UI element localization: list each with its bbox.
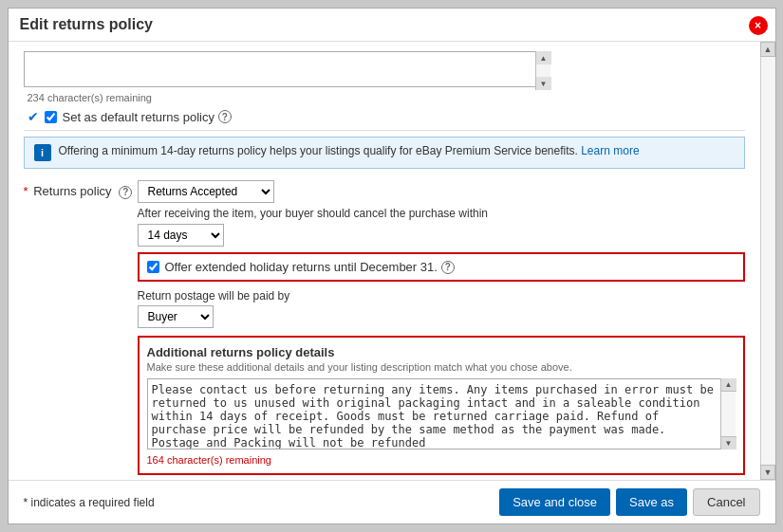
char-remaining: 234 character(s) remaining [28,92,745,103]
required-star: * [24,184,28,198]
returns-policy-label: * Returns policy ? [24,180,138,199]
default-returns-checkbox[interactable] [45,111,57,123]
after-text: After receiving the item, your buyer sho… [138,207,745,220]
checkmark-icon: ✔ [28,109,39,124]
info-text: Offering a minimum 14-day returns policy… [59,144,640,157]
postage-label: Return postage will be paid by [138,289,745,303]
returns-policy-controls: Returns Accepted No Returns After receiv… [138,180,745,475]
dialog-body: ▲ ▼ 234 character(s) remaining ✔ Set as … [9,42,775,480]
scroll-up-arrow[interactable]: ▲ [536,51,551,64]
info-icon: i [34,144,51,161]
postage-select[interactable]: Buyer Seller [138,305,214,328]
top-textarea-scrollbar: ▲ ▼ [535,51,550,90]
additional-details-box: Additional returns policy details Make s… [138,336,745,475]
top-textarea[interactable] [24,51,550,87]
details-scroll-up[interactable]: ▲ [721,378,736,392]
dialog-header: Edit returns policy × [9,9,775,42]
default-checkbox-row: ✔ Set as default returns policy ? [28,109,745,124]
dialog-footer: * indicates a required field Save and cl… [9,480,775,523]
scroll-down-arrow[interactable]: ▼ [536,77,551,90]
days-select[interactable]: 14 days 30 days 60 days [138,224,224,247]
default-returns-label: Set as default returns policy [63,110,214,124]
additional-details-title: Additional returns policy details [147,345,736,359]
required-note: * indicates a required field [24,496,155,509]
close-button[interactable]: × [749,16,768,35]
details-scroll-down[interactable]: ▼ [721,436,736,449]
holiday-returns-label: Offer extended holiday returns until Dec… [165,260,438,274]
returns-policy-select[interactable]: Returns Accepted No Returns [138,180,274,203]
footer-buttons: Save and close Save as Cancel [499,488,759,516]
holiday-returns-checkbox[interactable] [147,261,159,273]
details-char-count: 164 character(s) remaining [147,454,736,466]
default-returns-help-icon[interactable]: ? [218,110,232,123]
info-banner-text: Offering a minimum 14-day returns policy… [59,144,578,157]
additional-details-subtitle: Make sure these additional details and y… [147,361,736,373]
edit-returns-policy-dialog: Edit returns policy × ▲ ▼ 234 character(… [8,8,776,524]
main-content: ▲ ▼ 234 character(s) remaining ✔ Set as … [9,42,760,480]
top-textarea-section: ▲ ▼ 234 character(s) remaining [24,51,745,103]
cancel-button[interactable]: Cancel [693,488,759,516]
returns-policy-help-icon[interactable]: ? [119,186,132,199]
details-textarea-wrapper: ▲ ▼ [147,378,736,452]
save-and-close-button[interactable]: Save and close [499,488,610,516]
dialog-scroll-down[interactable]: ▼ [760,465,775,480]
top-textarea-wrapper: ▲ ▼ [24,51,550,90]
info-banner: i Offering a minimum 14-day returns poli… [24,137,745,169]
dialog-title: Edit returns policy [20,16,153,33]
holiday-returns-help-icon[interactable]: ? [441,261,455,274]
scroll-track [761,57,775,465]
dialog-scroll-up[interactable]: ▲ [760,42,775,57]
additional-details-textarea[interactable] [147,378,736,449]
learn-more-link[interactable]: Learn more [581,144,639,157]
save-as-button[interactable]: Save as [616,488,687,516]
dialog-scrollbar[interactable]: ▲ ▼ [760,42,775,480]
returns-policy-row: * Returns policy ? Returns Accepted No R… [24,180,745,475]
details-scrollbar: ▲ ▼ [720,378,736,449]
holiday-returns-box: Offer extended holiday returns until Dec… [138,252,745,282]
